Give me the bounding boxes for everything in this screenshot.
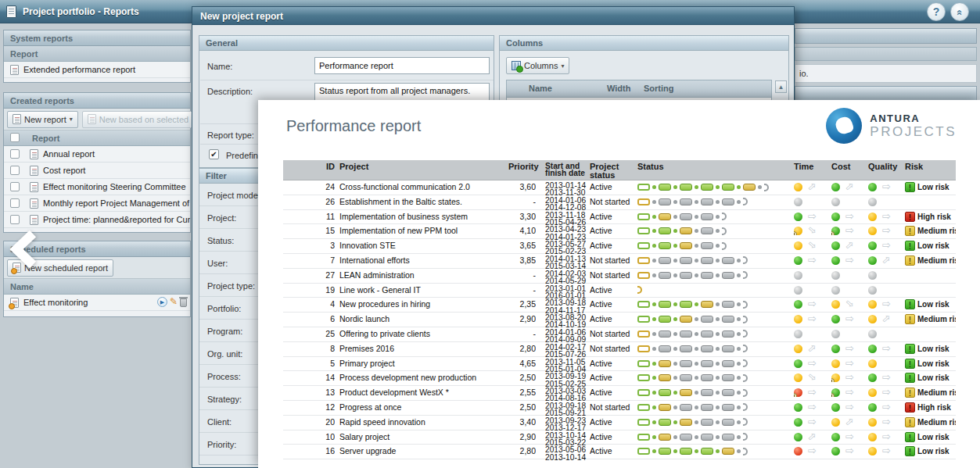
created-reports-panel: Created reports New report ▾ New based o… bbox=[3, 92, 191, 233]
report-checkbox[interactable] bbox=[10, 166, 20, 175]
cell-priority: 4,10 bbox=[508, 226, 536, 235]
scroll-up-button[interactable]: ▲ bbox=[775, 80, 787, 93]
clock-badge-icon bbox=[794, 231, 797, 235]
stage-box bbox=[659, 434, 671, 441]
stage-dot bbox=[652, 317, 656, 321]
delete-icon[interactable] bbox=[180, 298, 187, 307]
risk-badge: ! bbox=[905, 417, 915, 427]
stage-outline-box bbox=[637, 448, 650, 455]
trend-right-icon: ⇨ bbox=[882, 299, 891, 309]
stage-dot bbox=[737, 376, 741, 380]
stage-box bbox=[701, 272, 713, 279]
cost-indicator bbox=[831, 388, 840, 397]
new-report-button[interactable]: New report ▾ bbox=[7, 111, 78, 128]
cost-indicator-cell: ⇨ bbox=[831, 212, 867, 221]
cell-project-status: Not started bbox=[590, 197, 635, 206]
stage-dot bbox=[737, 273, 741, 277]
status-stage-bar bbox=[637, 241, 794, 250]
list-item-created-report[interactable]: Cost report bbox=[4, 163, 190, 179]
stage-dot bbox=[716, 449, 720, 453]
report-table-row: 3Innovation STE3,652013-05-272015-02-23A… bbox=[283, 239, 956, 254]
quality-indicator-cell: ⇨ bbox=[868, 241, 903, 250]
stage-arc bbox=[743, 403, 748, 411]
quality-indicator-cell: ⇨ bbox=[868, 226, 903, 235]
stage-box bbox=[701, 198, 713, 205]
collapse-arrow-icon[interactable] bbox=[9, 230, 36, 269]
document-icon bbox=[30, 182, 38, 192]
clock-badge-icon bbox=[831, 393, 835, 397]
filter-label: Portfolio: bbox=[207, 304, 241, 313]
stage-outline-box bbox=[637, 316, 650, 323]
stage-box bbox=[722, 184, 734, 191]
time-indicator-cell bbox=[794, 285, 830, 295]
cost-indicator-cell: ⇨ bbox=[831, 402, 867, 412]
trend-down-icon: ⇨ bbox=[806, 373, 818, 382]
report-checkbox[interactable] bbox=[10, 215, 20, 224]
help-button[interactable]: ? bbox=[927, 2, 946, 21]
cell-project-status: Active bbox=[590, 388, 635, 397]
status-stage-bar bbox=[637, 403, 794, 412]
cell-dates: 2013-10-142015-03-22 bbox=[545, 432, 589, 447]
time-indicator-cell: ⇨ bbox=[794, 373, 830, 382]
stage-box bbox=[680, 316, 692, 323]
report-table-row: 6Nordic launch2,902013-08-202014-10-19Ac… bbox=[283, 313, 956, 327]
stage-dot bbox=[716, 405, 720, 409]
filter-label: Project type: bbox=[207, 281, 255, 291]
predefined-checkbox[interactable]: ✔ bbox=[209, 149, 219, 159]
collapse-button[interactable]: « bbox=[950, 2, 969, 21]
finish-date: 2013-10-14 bbox=[545, 454, 589, 461]
stage-dot bbox=[716, 273, 720, 277]
cell-project-status: Not started bbox=[590, 255, 635, 265]
report-item-label: Annual report bbox=[43, 149, 95, 159]
quality-indicator bbox=[868, 300, 877, 309]
report-checkbox[interactable] bbox=[10, 149, 20, 159]
new-based-icon bbox=[88, 114, 96, 124]
trend-right-icon: ⇨ bbox=[845, 314, 854, 323]
report-checkbox[interactable] bbox=[10, 198, 20, 208]
stage-dot bbox=[695, 229, 698, 233]
stage-dot bbox=[673, 215, 677, 219]
list-item-created-report[interactable]: Project time: planned&reported for Cur bbox=[4, 212, 190, 228]
list-item-created-report[interactable]: Effect monitoring Steering Committee bbox=[4, 179, 190, 195]
list-item-created-report[interactable]: Monthly report Project Management of bbox=[4, 195, 190, 212]
stage-dot bbox=[737, 317, 741, 321]
edit-icon[interactable]: ✎ bbox=[170, 297, 178, 307]
stage-dot bbox=[673, 435, 677, 439]
list-item-created-report[interactable]: Annual report bbox=[4, 146, 190, 163]
created-reports-list: Annual reportCost reportEffect monitorin… bbox=[4, 146, 190, 228]
cell-project-status: Active bbox=[590, 359, 635, 368]
cell-project-status: Active bbox=[590, 241, 635, 250]
report-table-row: 7International efforts3,852014-01-132015… bbox=[283, 254, 956, 269]
quality-indicator bbox=[868, 330, 877, 338]
trend-down-icon: ⇨ bbox=[806, 226, 818, 235]
select-all-checkbox[interactable] bbox=[10, 133, 20, 142]
report-item-label: Project time: planned&reported for Cur bbox=[43, 215, 190, 224]
risk-cell: !Medium risk bbox=[905, 388, 956, 398]
run-report-icon[interactable]: ▶ bbox=[157, 297, 167, 307]
list-item-scheduled-report[interactable]: Effect monitoring▶✎ bbox=[4, 295, 190, 311]
cell-priority: 4,65 bbox=[508, 359, 536, 368]
time-indicator-cell: ⇨ bbox=[794, 182, 830, 191]
filter-label: Status: bbox=[207, 236, 234, 245]
stage-box bbox=[680, 360, 692, 367]
stage-box bbox=[701, 184, 713, 191]
stage-dot bbox=[737, 200, 741, 204]
time-indicator-cell: ⇨ bbox=[794, 226, 830, 235]
columns-add-button[interactable]: Columns ▾ bbox=[506, 57, 569, 74]
stage-dot bbox=[695, 435, 698, 439]
time-indicator-cell: ⇨ bbox=[794, 344, 830, 353]
status-stage-bar bbox=[637, 286, 794, 295]
created-reports-toolbar: New report ▾ New based on selected bbox=[4, 109, 190, 130]
stage-outline-box bbox=[637, 374, 650, 381]
cell-priority: 3,60 bbox=[508, 182, 536, 191]
report-checkbox[interactable] bbox=[10, 182, 20, 191]
quality-indicator bbox=[868, 447, 877, 455]
stage-dot bbox=[695, 244, 698, 248]
name-input[interactable] bbox=[314, 57, 490, 74]
list-item-system-report[interactable]: Extended performance report bbox=[4, 62, 190, 78]
cost-indicator-cell: ⇨ bbox=[831, 388, 867, 397]
stage-dot bbox=[737, 435, 741, 439]
risk-badge: ! bbox=[905, 432, 915, 442]
stage-dot bbox=[673, 259, 677, 263]
stage-dot bbox=[716, 347, 720, 351]
